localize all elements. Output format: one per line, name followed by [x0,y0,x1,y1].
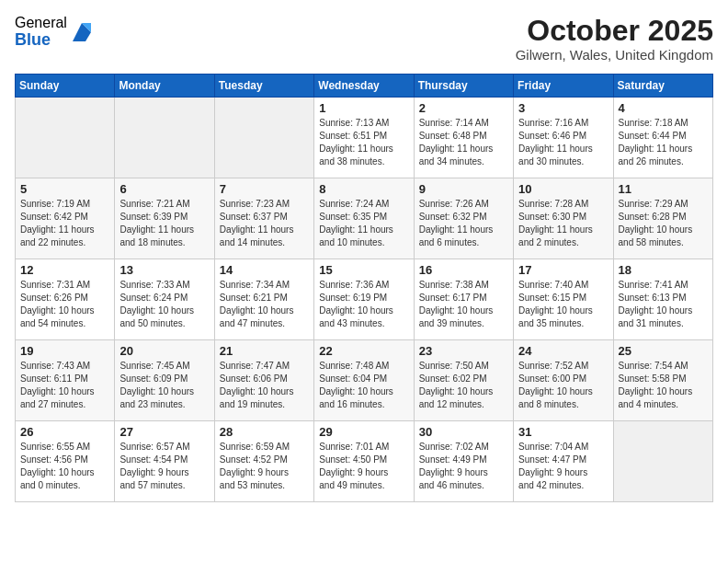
day-header: Wednesday [314,75,414,98]
day-header: Thursday [414,75,513,98]
cell-content: Sunrise: 7:33 AM Sunset: 6:24 PM Dayligh… [119,279,209,330]
cell-content: Sunrise: 7:04 AM Sunset: 4:47 PM Dayligh… [518,441,608,492]
table-row: 15Sunrise: 7:36 AM Sunset: 6:19 PM Dayli… [314,259,414,340]
table-row: 8Sunrise: 7:24 AM Sunset: 6:35 PM Daylig… [314,178,414,259]
logo-blue: Blue [15,31,67,50]
day-header: Sunday [16,75,115,98]
table-row: 24Sunrise: 7:52 AM Sunset: 6:00 PM Dayli… [514,340,613,421]
day-number: 25 [619,344,708,358]
table-row [16,98,115,178]
page-container: General Blue October 2025 Gilwern, Wales… [0,0,728,511]
calendar-week-row: 12Sunrise: 7:31 AM Sunset: 6:26 PM Dayli… [16,259,713,340]
cell-content: Sunrise: 7:50 AM Sunset: 6:02 PM Dayligh… [419,360,508,411]
day-number: 26 [20,425,109,439]
day-number: 20 [119,344,209,358]
header: General Blue October 2025 Gilwern, Wales… [15,15,713,63]
day-number: 31 [518,425,608,439]
table-row: 23Sunrise: 7:50 AM Sunset: 6:02 PM Dayli… [414,340,513,421]
day-header: Friday [514,75,613,98]
day-number: 14 [220,263,309,277]
table-row: 21Sunrise: 7:47 AM Sunset: 6:06 PM Dayli… [214,340,313,421]
table-row: 29Sunrise: 7:01 AM Sunset: 4:50 PM Dayli… [314,421,414,502]
table-row: 31Sunrise: 7:04 AM Sunset: 4:47 PM Dayli… [514,421,613,502]
table-row: 14Sunrise: 7:34 AM Sunset: 6:21 PM Dayli… [214,259,313,340]
day-number: 5 [20,182,109,196]
month-title: October 2025 [516,15,713,47]
day-number: 2 [419,101,508,115]
table-row: 25Sunrise: 7:54 AM Sunset: 5:58 PM Dayli… [613,340,712,421]
cell-content: Sunrise: 7:29 AM Sunset: 6:28 PM Dayligh… [619,198,708,249]
cell-content: Sunrise: 6:59 AM Sunset: 4:52 PM Dayligh… [220,441,309,492]
table-row: 28Sunrise: 6:59 AM Sunset: 4:52 PM Dayli… [214,421,313,502]
day-number: 29 [319,425,408,439]
cell-content: Sunrise: 7:02 AM Sunset: 4:49 PM Dayligh… [419,441,508,492]
logo-icon [69,19,95,45]
table-row: 20Sunrise: 7:45 AM Sunset: 6:09 PM Dayli… [115,340,214,421]
cell-content: Sunrise: 7:34 AM Sunset: 6:21 PM Dayligh… [220,279,309,330]
logo-general: General [15,15,67,31]
table-row [115,98,214,178]
day-number: 28 [220,425,309,439]
cell-content: Sunrise: 6:57 AM Sunset: 4:54 PM Dayligh… [119,441,209,492]
cell-content: Sunrise: 7:38 AM Sunset: 6:17 PM Dayligh… [419,279,508,330]
day-number: 30 [419,425,508,439]
logo-text: General Blue [15,15,67,49]
day-number: 15 [319,263,408,277]
day-number: 21 [220,344,309,358]
day-number: 24 [518,344,608,358]
day-number: 3 [518,101,608,115]
day-number: 18 [619,263,708,277]
table-row: 6Sunrise: 7:21 AM Sunset: 6:39 PM Daylig… [115,178,214,259]
calendar-week-row: 1Sunrise: 7:13 AM Sunset: 6:51 PM Daylig… [16,98,713,178]
table-row: 19Sunrise: 7:43 AM Sunset: 6:11 PM Dayli… [16,340,115,421]
cell-content: Sunrise: 7:21 AM Sunset: 6:39 PM Dayligh… [119,198,209,249]
day-header: Monday [115,75,214,98]
day-number: 27 [119,425,209,439]
table-row: 27Sunrise: 6:57 AM Sunset: 4:54 PM Dayli… [115,421,214,502]
table-row: 30Sunrise: 7:02 AM Sunset: 4:49 PM Dayli… [414,421,513,502]
cell-content: Sunrise: 7:47 AM Sunset: 6:06 PM Dayligh… [220,360,309,411]
table-row: 26Sunrise: 6:55 AM Sunset: 4:56 PM Dayli… [16,421,115,502]
day-number: 23 [419,344,508,358]
table-row: 3Sunrise: 7:16 AM Sunset: 6:46 PM Daylig… [514,98,613,178]
cell-content: Sunrise: 7:41 AM Sunset: 6:13 PM Dayligh… [619,279,708,330]
day-number: 19 [20,344,109,358]
day-number: 22 [319,344,408,358]
cell-content: Sunrise: 7:26 AM Sunset: 6:32 PM Dayligh… [419,198,508,249]
table-row: 17Sunrise: 7:40 AM Sunset: 6:15 PM Dayli… [514,259,613,340]
day-number: 9 [419,182,508,196]
title-block: October 2025 Gilwern, Wales, United King… [516,15,713,63]
day-number: 8 [319,182,408,196]
cell-content: Sunrise: 7:24 AM Sunset: 6:35 PM Dayligh… [319,198,408,249]
table-row: 2Sunrise: 7:14 AM Sunset: 6:48 PM Daylig… [414,98,513,178]
day-header: Saturday [613,75,712,98]
cell-content: Sunrise: 7:16 AM Sunset: 6:46 PM Dayligh… [518,117,608,168]
day-number: 10 [518,182,608,196]
cell-content: Sunrise: 7:31 AM Sunset: 6:26 PM Dayligh… [20,279,109,330]
cell-content: Sunrise: 7:01 AM Sunset: 4:50 PM Dayligh… [319,441,408,492]
cell-content: Sunrise: 7:36 AM Sunset: 6:19 PM Dayligh… [319,279,408,330]
table-row: 1Sunrise: 7:13 AM Sunset: 6:51 PM Daylig… [314,98,414,178]
logo: General Blue [15,15,95,49]
cell-content: Sunrise: 7:18 AM Sunset: 6:44 PM Dayligh… [619,117,708,168]
calendar: SundayMondayTuesdayWednesdayThursdayFrid… [15,74,713,502]
calendar-week-row: 26Sunrise: 6:55 AM Sunset: 4:56 PM Dayli… [16,421,713,502]
cell-content: Sunrise: 7:23 AM Sunset: 6:37 PM Dayligh… [220,198,309,249]
table-row: 10Sunrise: 7:28 AM Sunset: 6:30 PM Dayli… [514,178,613,259]
day-header: Tuesday [214,75,313,98]
table-row: 13Sunrise: 7:33 AM Sunset: 6:24 PM Dayli… [115,259,214,340]
day-number: 1 [319,101,408,115]
calendar-week-row: 5Sunrise: 7:19 AM Sunset: 6:42 PM Daylig… [16,178,713,259]
day-number: 4 [619,101,708,115]
cell-content: Sunrise: 7:43 AM Sunset: 6:11 PM Dayligh… [20,360,109,411]
day-number: 13 [119,263,209,277]
table-row: 22Sunrise: 7:48 AM Sunset: 6:04 PM Dayli… [314,340,414,421]
cell-content: Sunrise: 7:13 AM Sunset: 6:51 PM Dayligh… [319,117,408,168]
day-number: 11 [619,182,708,196]
cell-content: Sunrise: 7:40 AM Sunset: 6:15 PM Dayligh… [518,279,608,330]
table-row: 7Sunrise: 7:23 AM Sunset: 6:37 PM Daylig… [214,178,313,259]
calendar-header-row: SundayMondayTuesdayWednesdayThursdayFrid… [16,75,713,98]
table-row [613,421,712,502]
day-number: 17 [518,263,608,277]
cell-content: Sunrise: 7:45 AM Sunset: 6:09 PM Dayligh… [119,360,209,411]
